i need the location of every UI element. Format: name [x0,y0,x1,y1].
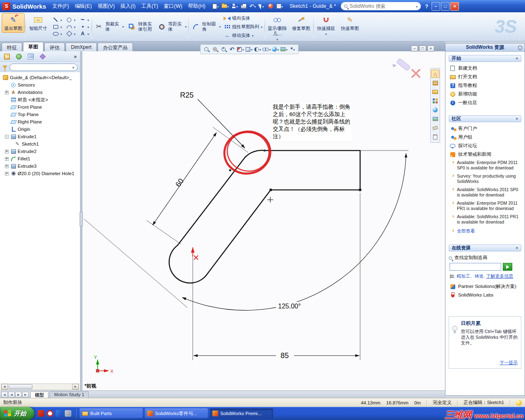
mirror-entities-button[interactable]: 镜向实体 [222,14,264,22]
custom-properties-tab[interactable] [431,124,439,132]
sketch-canvas[interactable]: R25 60 125.00° 85 Y [82,51,445,390]
spline-tool-button[interactable] [78,16,91,23]
move-entities-button[interactable]: 移动实体 [222,32,264,39]
trim-entities-button[interactable]: 剪裁实体 [93,21,125,32]
motion-study-tab[interactable]: Motion Study 1 [50,391,89,398]
zoom-area-button[interactable] [211,45,219,53]
previous-view-button[interactable] [228,45,236,53]
exit-sketch-button[interactable]: 退出草图 [2,13,25,33]
tree-item-top-plane[interactable]: Top Plane [0,111,80,118]
apply-scene-button[interactable] [280,45,288,53]
scroll-left-icon[interactable] [1,384,8,390]
dropdown-icon[interactable] [293,46,295,52]
sketch-fillet-button[interactable]: 绘制圆角 [189,21,221,32]
dropdown-icon[interactable] [251,46,252,52]
search-go-button[interactable] [503,263,512,271]
dropdown-icon[interactable] [281,3,283,9]
section-community-header[interactable]: 社区 [449,115,521,122]
example-link[interactable]: 精加工、铸造. [457,274,485,278]
help-icon[interactable]: ? [425,3,428,9]
zoom-in-out-button[interactable] [219,45,227,53]
undo-button[interactable] [249,2,257,11]
close-button[interactable]: × [450,2,459,11]
filter-dropdown-icon[interactable] [72,64,74,70]
dropdown-icon[interactable] [217,3,219,9]
file-explorer-tab[interactable] [431,88,439,96]
tree-item-right-plane[interactable]: Right Plane [0,118,80,126]
dropdown-icon[interactable] [185,24,187,30]
manufacturer-search-input[interactable] [450,263,501,271]
taskbar-window-solidworks-2[interactable]: SolidWorks Premi... [210,409,273,418]
rectangle-tool-button[interactable] [50,23,64,30]
repair-sketch-button[interactable]: 修复草图 [290,13,313,33]
last-tab-icon[interactable] [22,392,29,397]
dropdown-icon[interactable] [60,17,62,23]
link-customer-portal[interactable]: 客户门户 [449,124,521,133]
radius-dimension-label[interactable]: R25 [180,91,194,99]
section-view-button[interactable] [237,45,244,53]
dropdown-icon[interactable] [269,46,271,52]
link-open-document[interactable]: 打开文档 [449,73,521,81]
linear-sketch-pattern-button[interactable]: 线性草图阵列 [222,23,264,31]
expander-icon[interactable] [5,135,9,139]
options-button[interactable] [276,2,284,11]
next-tab-icon[interactable] [15,392,22,397]
sketch-note[interactable]: 我是个新手，请高手指教：倒角之后，60这个尺寸怎么添加上呢？也就是怎么捕捉到两条… [272,103,352,141]
dropdown-icon[interactable] [122,24,124,30]
horizontal-scrollbar[interactable] [1,383,79,390]
tree-item-front-plane[interactable]: Front Plane [0,103,80,111]
news-item[interactable]: Available: Enterprise PDM 2011 SP0 is av… [449,159,521,172]
quick-launch-icon-4[interactable] [65,410,71,417]
model-tab[interactable]: 模型 [30,391,48,398]
property-manager-tab[interactable] [15,53,23,60]
cancel-sketch-icon[interactable] [412,70,420,77]
quick-snaps-button[interactable]: 快速捕捉 [315,13,338,39]
menu-edit[interactable]: 编辑(E) [72,2,95,11]
select-button[interactable] [258,2,266,11]
line-tool-button[interactable] [50,16,64,23]
learn-more-link[interactable]: 了解更多信息 [486,274,513,278]
point-tool-button[interactable] [78,23,91,30]
dropdown-icon[interactable] [87,17,89,23]
feature-manager-tab[interactable] [3,53,11,60]
previous-tab-icon[interactable] [8,392,15,397]
dropdown-icon[interactable] [236,3,238,9]
quick-launch-icon-3[interactable] [56,410,62,417]
section-online-resources-header[interactable]: 在线资源 [449,244,521,251]
tree-item-material[interactable]: 材质 <未指定> [0,96,80,103]
view-palette-tab[interactable] [431,97,439,105]
dropdown-icon[interactable] [74,31,75,37]
tab-office-products[interactable]: 办公室产品 [98,43,133,51]
solidworks-labs-link[interactable]: SolidWorks Labs [449,291,521,299]
link-general-info[interactable]: 一般信息 [449,98,521,107]
link-discussion-forum[interactable]: 探讨论坛 [449,142,521,150]
taskbar-window-built-parts[interactable]: Built Parts [80,409,143,418]
expander-icon[interactable] [5,150,9,153]
news-item[interactable]: Survey: Your productivity using SolidWor… [449,172,521,186]
ellipse-tool-button[interactable] [50,30,64,37]
restore-button[interactable]: □ [441,2,450,11]
dropdown-icon[interactable] [87,24,89,30]
expander-icon[interactable] [5,91,9,94]
link-whats-new[interactable]: 新增功能 [449,90,521,98]
dropdown-icon[interactable] [325,31,327,37]
configuration-manager-tab[interactable] [27,53,34,60]
first-tab-icon[interactable] [1,392,8,397]
view-all-link[interactable]: 全部查看 [449,226,521,235]
dropdown-icon[interactable] [276,37,278,42]
rapid-sketch-button[interactable]: 快速草图 [338,13,361,33]
collapse-icon[interactable] [515,118,520,120]
quick-launch-icon-2[interactable] [47,410,53,417]
rebuild-button[interactable] [267,2,275,11]
confirmation-corner[interactable] [391,57,420,77]
zoom-fit-button[interactable] [202,45,210,53]
document-recovery-tab[interactable] [431,133,439,141]
dropdown-icon[interactable] [74,24,75,30]
length-dimension-line[interactable] [153,132,217,225]
expander-icon[interactable] [5,172,9,176]
dropdown-icon[interactable] [74,17,75,23]
sketch-pencil-icon[interactable] [391,57,411,75]
news-item[interactable]: Available: SolidWorks 2011 PR1 is availa… [449,213,521,226]
link-user-groups[interactable]: 用户组 [449,133,521,142]
open-document-button[interactable] [221,2,230,11]
